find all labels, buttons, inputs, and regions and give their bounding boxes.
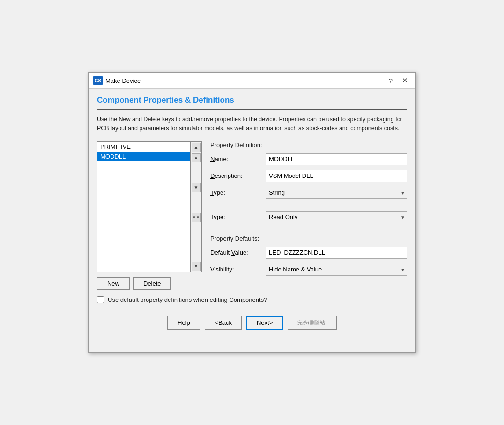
- title-bar-left: GS Make Device: [93, 76, 141, 85]
- name-row: Name:: [210, 153, 407, 165]
- default-value-label: Default Value:: [210, 249, 262, 256]
- help-button[interactable]: ?: [386, 76, 395, 86]
- make-device-window: GS Make Device ? ✕ Component Properties …: [88, 72, 416, 353]
- back-button[interactable]: <Back: [205, 316, 242, 330]
- section-header: Component Properties & Definitions: [97, 89, 407, 110]
- list-item-selected[interactable]: MODDLL: [97, 152, 190, 161]
- type-row-2: Type: Read Only Read/Write Hidden ▼: [210, 211, 407, 223]
- type-select-1[interactable]: String Integer Real Boolean: [266, 187, 407, 199]
- scroll-bottom-btn[interactable]: ▼▼: [192, 213, 201, 222]
- scroll-end-btn[interactable]: ▼: [192, 262, 201, 271]
- scroll-up-btn[interactable]: ▲: [192, 153, 201, 162]
- checkbox-row: Use default property definitions when ed…: [97, 296, 407, 303]
- description-text: Use the New and Delete keys to add/remov…: [97, 115, 407, 133]
- list-item[interactable]: PRIMITIVE: [97, 142, 190, 152]
- checkbox-label: Use default property definitions when ed…: [108, 296, 267, 303]
- default-value-input[interactable]: [266, 247, 407, 259]
- name-input[interactable]: [266, 153, 407, 165]
- bottom-divider: [97, 310, 407, 310]
- description-input[interactable]: [266, 170, 407, 182]
- finish-button[interactable]: 完杀(删除站): [288, 316, 336, 330]
- next-button[interactable]: Next>: [246, 316, 283, 330]
- dialog-content: Component Properties & Definitions Use t…: [89, 89, 415, 344]
- type-label-2: Type:: [210, 213, 262, 220]
- property-definition-label: Property Definition:: [210, 141, 407, 148]
- main-area: PRIMITIVE MODDLL ▲ ▲ ▼ ▼▼ ▼: [97, 141, 407, 290]
- type-row-1: Type: String Integer Real Boolean ▼: [210, 187, 407, 199]
- title-bar-right: ? ✕: [386, 75, 411, 86]
- property-defaults-label: Property Defaults:: [210, 235, 407, 242]
- new-button[interactable]: New: [97, 277, 130, 290]
- name-label: Name:: [210, 155, 262, 162]
- close-button[interactable]: ✕: [399, 75, 411, 86]
- scroll-down-btn[interactable]: ▼: [192, 183, 201, 192]
- default-definitions-checkbox[interactable]: [97, 296, 104, 303]
- delete-button[interactable]: Delete: [133, 277, 171, 290]
- title-bar: GS Make Device ? ✕: [89, 73, 415, 89]
- scroll-top-btn[interactable]: ▲: [192, 143, 201, 152]
- type-select-wrapper-2: Read Only Read/Write Hidden ▼: [266, 211, 407, 223]
- app-icon: GS: [93, 76, 103, 85]
- default-value-row: Default Value:: [210, 247, 407, 259]
- right-panel: Property Definition: Name: Description:: [210, 141, 407, 280]
- type-select-2[interactable]: Read Only Read/Write Hidden: [266, 211, 407, 223]
- list-container: PRIMITIVE MODDLL ▲ ▲ ▼ ▼▼ ▼: [97, 141, 202, 272]
- description-label: Description:: [210, 172, 262, 179]
- footer-buttons: Help <Back Next> 完杀(删除站): [97, 316, 407, 336]
- type-label-1: Type:: [210, 189, 262, 196]
- description-row: Description:: [210, 170, 407, 182]
- type-select-wrapper-1: String Integer Real Boolean ▼: [266, 187, 407, 199]
- section-divider: [210, 229, 407, 229]
- visibility-row: Visibility: Hide Name & Value Show Name …: [210, 264, 407, 276]
- left-panel: PRIMITIVE MODDLL ▲ ▲ ▼ ▼▼ ▼: [97, 141, 202, 290]
- visibility-label: Visibility:: [210, 266, 262, 273]
- scroll-track: ▲ ▼ ▼▼: [192, 152, 201, 262]
- visibility-select[interactable]: Hide Name & Value Show Name & Value Show…: [266, 264, 407, 276]
- window-title: Make Device: [105, 77, 141, 84]
- visibility-select-wrapper: Hide Name & Value Show Name & Value Show…: [266, 264, 407, 276]
- scrollbar: ▲ ▲ ▼ ▼▼ ▼: [191, 141, 202, 272]
- properties-list[interactable]: PRIMITIVE MODDLL: [97, 141, 191, 272]
- list-buttons: New Delete: [97, 277, 202, 290]
- help-footer-button[interactable]: Help: [167, 316, 200, 330]
